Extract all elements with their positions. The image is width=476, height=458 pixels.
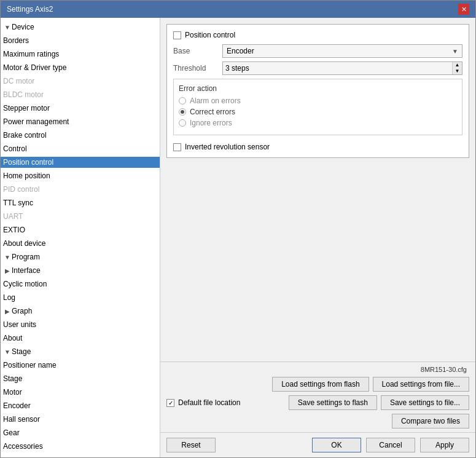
radio-ignore[interactable]: Ignore errors <box>179 119 457 127</box>
main-content: ▼ Device Borders Maximum ratings Motor &… <box>1 18 475 457</box>
threshold-input[interactable] <box>223 64 452 73</box>
sidebar-item-position-control[interactable]: Position control <box>1 156 160 169</box>
base-select[interactable]: Encoder ▼ <box>222 44 462 58</box>
item-label: DC motor <box>3 77 34 85</box>
sidebar-item-gear[interactable]: Gear <box>1 426 160 440</box>
save-settings-file-button[interactable]: Save settings to file... <box>381 395 469 410</box>
item-label: Graph <box>12 307 32 315</box>
sidebar-item-borders[interactable]: Borders <box>1 34 160 47</box>
radio-correct[interactable]: Correct errors <box>179 108 457 116</box>
sidebar-item-about-device[interactable]: About device <box>1 237 160 250</box>
radio-alarm-input[interactable] <box>179 97 186 105</box>
radio-ignore-label: Ignore errors <box>190 119 232 127</box>
sidebar-item-control[interactable]: Control <box>1 142 160 156</box>
save-buttons-group: Save settings to flash Save settings to … <box>289 395 469 410</box>
sidebar-item-extio[interactable]: EXTIO <box>1 223 160 237</box>
action-buttons: Reset OK Cancel Apply <box>160 432 475 457</box>
spin-up-button[interactable]: ▲ <box>453 62 462 68</box>
sidebar-item-stage[interactable]: Stage <box>1 372 160 385</box>
position-control-checkbox[interactable] <box>173 31 181 39</box>
window-title: Settings Axis2 <box>7 5 53 14</box>
apply-button[interactable]: Apply <box>420 438 469 452</box>
compare-row: Compare two files <box>166 414 469 428</box>
sidebar-item-home-position[interactable]: Home position <box>1 169 160 183</box>
sidebar-item-positioner-name[interactable]: Positioner name <box>1 358 160 372</box>
inverted-checkbox[interactable] <box>173 143 181 151</box>
load-settings-file-button[interactable]: Load settings from file... <box>373 377 469 392</box>
threshold-label: Threshold <box>173 64 222 73</box>
chevron-right-icon: ▶ <box>3 308 12 315</box>
ok-button[interactable]: OK <box>312 438 361 452</box>
item-label: Accessories <box>3 442 43 451</box>
item-label: About <box>3 334 22 342</box>
item-label: Stepper motor <box>3 104 50 113</box>
close-button[interactable]: ✕ <box>458 4 469 15</box>
item-label: Position control <box>3 158 53 167</box>
sidebar-item-interface[interactable]: ▶Interface <box>1 264 160 277</box>
sidebar-item-motor[interactable]: Motor <box>1 385 160 399</box>
item-label: About device <box>3 239 45 248</box>
settings-buttons-row: Load settings from flash Load settings f… <box>166 377 469 392</box>
sidebar-item-ttl-sync[interactable]: TTL sync <box>1 196 160 210</box>
sidebar-item-user-units[interactable]: User units <box>1 318 160 331</box>
threshold-spinbox[interactable]: ▲ ▼ <box>222 61 462 75</box>
radio-correct-label: Correct errors <box>190 108 235 116</box>
base-value: Encoder <box>227 47 254 55</box>
sidebar-item-cyclic-motion[interactable]: Cyclic motion <box>1 277 160 291</box>
item-label: Borders <box>3 36 29 45</box>
cancel-button[interactable]: Cancel <box>366 438 415 452</box>
sidebar-section-label: Program <box>12 253 40 261</box>
chevron-down-icon: ▼ <box>3 254 12 261</box>
content-area: Position control Base Encoder ▼ Threshol… <box>160 18 475 361</box>
bottom-row: Default file location Save settings to f… <box>166 395 469 410</box>
position-control-row: Position control <box>173 31 462 39</box>
threshold-row: Threshold ▲ ▼ <box>173 61 462 75</box>
sidebar-item-about[interactable]: About <box>1 331 160 345</box>
inverted-label: Inverted revolution sensor <box>185 143 270 151</box>
item-label: Hall sensor <box>3 415 40 424</box>
spin-buttons: ▲ ▼ <box>452 62 462 74</box>
sidebar-item-power-management[interactable]: Power management <box>1 115 160 128</box>
sidebar-item-dc-motor: DC motor <box>1 74 160 88</box>
item-label: PID control <box>3 185 39 194</box>
item-label: UART <box>3 212 23 221</box>
sidebar-item-hall-sensor[interactable]: Hall sensor <box>1 413 160 426</box>
sidebar-section-program[interactable]: ▼ Program <box>1 250 160 264</box>
radio-ignore-input[interactable] <box>179 119 186 127</box>
compare-files-button[interactable]: Compare two files <box>392 414 469 428</box>
sidebar-item-log[interactable]: Log <box>1 291 160 304</box>
load-settings-flash-button[interactable]: Load settings from flash <box>272 377 369 392</box>
sidebar-item-motor-driver[interactable]: Motor & Driver type <box>1 61 160 74</box>
radio-alarm[interactable]: Alarm on errors <box>179 97 457 105</box>
item-label: Power management <box>3 117 69 126</box>
save-settings-flash-button[interactable]: Save settings to flash <box>289 395 377 410</box>
item-label: Log <box>3 293 15 302</box>
default-file-checkbox[interactable] <box>166 399 174 407</box>
sidebar-item-accessories[interactable]: Accessories <box>1 440 160 453</box>
sidebar-item-encoder[interactable]: Encoder <box>1 399 160 413</box>
position-control-label: Position control <box>185 31 235 39</box>
sidebar-item-uart: UART <box>1 210 160 223</box>
item-label: EXTIO <box>3 226 25 234</box>
sidebar-item-stepper-motor[interactable]: Stepper motor <box>1 101 160 115</box>
sidebar-item-maximum-ratings[interactable]: Maximum ratings <box>1 47 160 61</box>
item-label: Brake control <box>3 131 47 140</box>
base-row: Base Encoder ▼ <box>173 44 462 58</box>
inverted-row: Inverted revolution sensor <box>173 143 462 151</box>
sidebar-item-graph[interactable]: ▶Graph <box>1 304 160 318</box>
chevron-down-icon: ▼ <box>3 349 12 355</box>
item-label: Motor <box>3 388 22 397</box>
item-label: Positioner name <box>3 361 57 369</box>
sidebar-item-brake-control[interactable]: Brake control <box>1 128 160 142</box>
base-label: Base <box>173 47 222 55</box>
item-label: User units <box>3 320 36 329</box>
sidebar-section-stage[interactable]: ▼ Stage <box>1 345 160 358</box>
sidebar-item-pid-control: PID control <box>1 183 160 196</box>
item-label: Motor & Driver type <box>3 63 66 72</box>
error-action-box: Error action Alarm on errors Correct err… <box>173 79 462 135</box>
spin-down-button[interactable]: ▼ <box>453 68 462 74</box>
item-label: Interface <box>12 266 41 275</box>
sidebar-section-device[interactable]: ▼ Device <box>1 20 160 34</box>
reset-button[interactable]: Reset <box>166 438 216 452</box>
radio-correct-input[interactable] <box>179 108 186 116</box>
